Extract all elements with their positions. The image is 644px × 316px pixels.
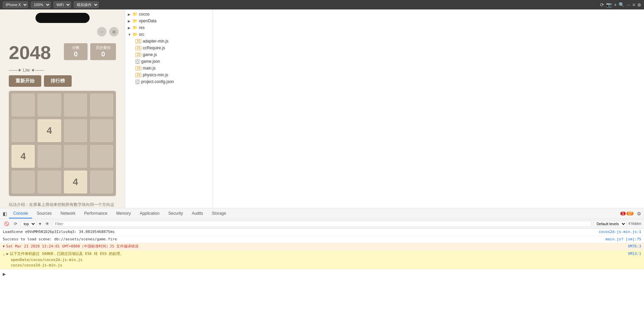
devtools-tabs: ◧ Console Sources Network Performance Me… [0,208,644,219]
best-value: 0 [96,50,111,58]
network-select[interactable]: WiFi [53,1,71,8]
log-level-select[interactable]: Default levels [594,221,626,227]
tab-application[interactable]: Application [136,209,164,218]
tree-item-cocos[interactable]: ▶ 📁 cocos [125,11,213,18]
tab-storage[interactable]: Storage [208,209,230,218]
tree-item-src[interactable]: ▼ 📁 src [125,31,213,38]
settings-icon[interactable]: ≡ [633,2,635,7]
log-files-4: openData/cocos/cocos2d-js-min.js cocos/c… [3,257,641,268]
tree-item-adapter-min-js[interactable]: JS adapter-min.js [125,38,213,45]
tab-audits[interactable]: Audits [188,209,207,218]
tree-item-res[interactable]: ▶ 📁 res [125,24,213,31]
cell-0-3 [90,94,113,116]
rank-button[interactable]: 排行榜 [44,75,72,87]
tree-arrow-cocos: ▶ [128,12,131,16]
tree-arrow-src: ▼ [128,33,131,36]
console-toolbar: 🚫 ⟳ top ▼ 👁 Default levels 4 hidden [0,219,644,229]
phone-camera-btn[interactable]: ◎ [109,27,119,36]
clear-console-btn[interactable]: 🚫 [3,221,10,227]
json-icon-projectjson: {} [135,80,140,84]
game-buttons: 重新开始 排行榜 [3,74,121,88]
game-header: 2048 分数 0 历史最佳 0 [3,41,121,66]
js-icon-mainjs: JS [135,66,141,71]
mode-select[interactable]: 模拟操作 [74,1,99,8]
rotate-icon[interactable]: ⟳ [600,2,604,7]
phone-more-btn[interactable]: ··· [97,27,106,36]
tab-network[interactable]: Network [56,209,79,218]
devtools-settings-icon[interactable]: ⚙ [637,211,641,216]
log-link-1[interactable]: cocos2d-js-min.js:1 [599,229,641,235]
js-icon-adapter: JS [135,39,141,44]
log-file-1: openData/cocos/cocos2d-js-min.js [11,257,641,263]
log-item-1: LoadScene e0VdMH5N1D26p3IzluvAq3: 34.081… [0,229,644,236]
tree-item-project-config-json[interactable]: {} project.config.json [125,78,213,85]
expand-arrow-4[interactable]: ▶ [6,251,8,256]
js-icon-gamejs: JS [135,53,141,57]
tree-label-adapter: adapter-min.js [143,39,210,44]
tree-arrow-opendata: ▶ [128,19,131,23]
device-select[interactable]: iPhone X [3,1,28,8]
add-icon[interactable]: ⊕ [637,2,641,7]
editor-area [213,9,644,208]
game-description: 玩法介绍：在屏幕上滑动来控制所有数字块向同一个方向运动，两个相同数字块撞在一起之… [3,199,121,208]
context-arrow[interactable]: ▼ [38,222,42,226]
folder-icon-res: 📁 [133,25,138,30]
log-link-2[interactable]: main.js? [sm]:75 [605,237,641,242]
more-icon[interactable]: + [614,2,617,7]
cell-0-1 [38,94,61,116]
best-box: 历史最佳 0 [90,43,116,60]
log-link-4[interactable]: VM13:1 [628,251,641,257]
file-tree-panel: ▶ 📁 cocos ▶ 📁 openData ▶ 📁 res ▼ 📁 src [125,9,213,208]
devtools-panel: ◧ Console Sources Network Performance Me… [0,208,644,316]
tab-security[interactable]: Security [164,209,187,218]
cell-1-0 [11,119,35,142]
tree-item-opendata[interactable]: ▶ 📁 openData [125,18,213,24]
toolbar-icons: ⟳ 📷 + 🔍 ··· ≡ ⊕ [600,2,641,7]
tree-item-game-json[interactable]: {} game.json [125,58,213,65]
log-text-2: Success to load scene: db://assets/scene… [3,237,117,242]
context-select[interactable]: top [21,221,36,227]
log-item-3: ▼ Sat Mar 21 2020 13:24:01 GMT+0800（中国标准… [0,243,644,251]
score-box: 分数 0 [64,43,88,60]
log-expand-arrow[interactable]: ▶ [0,269,644,278]
toggle-console-btn[interactable]: ⟳ [13,221,19,227]
tree-item-main-js[interactable]: JS main.js [125,65,213,72]
tab-sources[interactable]: Sources [33,209,56,218]
expand-arrow-3[interactable]: ▼ [3,244,5,249]
filter-icon-btn[interactable]: 👁 [44,221,51,227]
log-item-4: ⚠ ▶ 以下文件体积超过 500KB，已跳过压缩以及 ES6 转 ES5 的处理… [0,251,644,269]
tree-item-physics-min-js[interactable]: JS physics-min.js [125,72,213,78]
folder-icon-opendata: 📁 [133,19,138,23]
search-icon[interactable]: 🔍 [619,2,624,7]
phone-top-icons: ··· ◎ [3,26,121,38]
menu-icon[interactable]: ··· [626,2,630,7]
log-item-2: Success to load scene: db://assets/scene… [0,236,644,243]
tree-label-opendata: openData [139,19,210,23]
game-subtitle: ——★ Lite ★—— [3,66,121,74]
tab-memory[interactable]: Memory [112,209,135,218]
filter-input[interactable] [53,221,592,227]
tree-label-gamejson: game.json [141,59,210,64]
tree-item-game-js[interactable]: JS game.js [125,51,213,58]
log-text-1: LoadScene e0VdMH5N1D26p3IzluvAq3: 34.081… [3,229,115,235]
cell-2-0: 4 [11,145,35,168]
cell-0-2 [64,94,87,116]
log-text-3: Sat Mar 21 2020 13:24:01 GMT+0800（中国标准时间… [6,244,139,249]
json-icon-gamejson: {} [135,59,140,64]
tree-label-cocos: cocos [139,12,210,17]
tab-performance[interactable]: Performance [80,209,112,218]
tree-item-ccrequire-js[interactable]: JS ccRequire.js [125,45,213,51]
restart-button[interactable]: 重新开始 [9,75,41,87]
tab-console[interactable]: Console [9,209,32,218]
cell-1-2 [64,119,87,142]
content-body: ··· ◎ 2048 分数 0 历史最佳 0 ——★ Lite ★—— [0,9,644,316]
zoom-select[interactable]: 100% [31,1,51,8]
log-link-3[interactable]: VM76:3 [628,244,641,249]
log-file-2: cocos/cocos2d-js-min.js [11,263,641,268]
screenshot-icon[interactable]: 📷 [606,2,612,7]
game-grid: 4 4 4 [9,91,116,196]
tree-arrow-res: ▶ [128,26,131,30]
cell-1-3 [90,119,113,142]
cell-2-2 [64,145,87,168]
cell-3-2: 4 [64,170,87,193]
